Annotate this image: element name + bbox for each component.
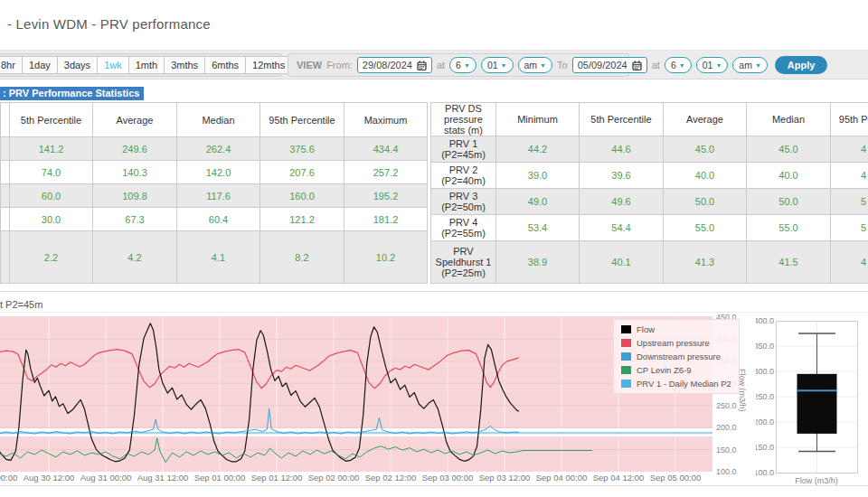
range-1wk-button[interactable]: 1wk bbox=[97, 56, 129, 74]
table-cell bbox=[1, 208, 10, 231]
legend-label: PRV 1 - Daily Median P2 bbox=[637, 379, 731, 389]
table-cell: 95th Percentile bbox=[831, 103, 868, 136]
time-axis-tick: Aug 31 12:00 bbox=[137, 473, 189, 483]
table-cell: 30.0 bbox=[10, 208, 93, 231]
time-axis-tick: Sep 01 12:00 bbox=[251, 473, 303, 483]
flow-boxplot: 400.0350.0300.0250.0200.0150.0100.0 bbox=[756, 316, 868, 493]
time-axis-tick: Sep 05 00:00 bbox=[650, 473, 702, 483]
to-date-input[interactable]: 05/09/2024 bbox=[572, 57, 647, 73]
table-cell: 142.0 bbox=[177, 161, 260, 184]
table-cell: 8.2 bbox=[260, 231, 344, 284]
legend-item[interactable]: Flow bbox=[621, 324, 731, 334]
apply-button[interactable]: Apply bbox=[775, 56, 828, 74]
range-3mths-button[interactable]: 3mths bbox=[164, 56, 205, 74]
table-cell: 41.5 bbox=[747, 241, 831, 284]
time-axis-tick: Sep 04 00:00 bbox=[536, 473, 588, 483]
table-cell: 257.2 bbox=[344, 161, 428, 184]
svg-text:150.0: 150.0 bbox=[756, 443, 774, 452]
from-minute-select[interactable]: 01 ▼ bbox=[481, 57, 514, 73]
from-date-value: 29/08/2024 bbox=[363, 60, 412, 70]
table-cell: 375.6 bbox=[260, 137, 344, 161]
chevron-down-icon: ▼ bbox=[540, 62, 546, 69]
table-row: PRV 3 (P2=50m)49.049.650.050.05 bbox=[431, 189, 868, 215]
table-cell: 39.6 bbox=[580, 163, 664, 189]
range-1mth-button[interactable]: 1mth bbox=[128, 56, 165, 74]
table-cell: 181.2 bbox=[344, 208, 428, 231]
table-cell: 207.6 bbox=[260, 161, 344, 184]
flow-axis-tick: 150.0 bbox=[716, 445, 737, 455]
table-cell: 67.3 bbox=[93, 208, 177, 231]
table-cell: 262.4 bbox=[177, 137, 260, 161]
flow-axis-tick: 200.0 bbox=[716, 423, 737, 432]
table-cell: Median bbox=[177, 103, 260, 137]
from-hour-value: 6 bbox=[456, 60, 461, 70]
to-ampm-select[interactable]: am ▼ bbox=[732, 57, 768, 73]
range-buttons: 8hr1day3days1wk1mth3mths6mths12mths bbox=[0, 56, 292, 74]
table-row: 2.24.24.18.210.2 bbox=[1, 231, 428, 284]
from-hour-select[interactable]: 6 ▼ bbox=[449, 57, 476, 73]
calendar-icon bbox=[417, 61, 427, 70]
time-axis-tick: Sep 01 00:00 bbox=[194, 473, 246, 483]
range-6mths-button[interactable]: 6mths bbox=[204, 56, 246, 74]
table-cell: 121.2 bbox=[260, 208, 344, 231]
table-cell: 4 bbox=[831, 241, 868, 284]
legend-swatch-icon bbox=[621, 339, 631, 347]
to-hour-select[interactable]: 6 ▼ bbox=[665, 57, 692, 73]
table-cell: 50.0 bbox=[747, 189, 831, 215]
to-minute-select[interactable]: 01 ▼ bbox=[696, 57, 729, 73]
legend-item[interactable]: PRV 1 - Daily Median P2 bbox=[621, 379, 731, 389]
view-label: VIEW bbox=[297, 60, 322, 70]
section-divider bbox=[0, 291, 868, 292]
time-axis-tick: Sep 02 12:00 bbox=[365, 473, 417, 483]
from-ampm-select[interactable]: am ▼ bbox=[518, 57, 553, 73]
table-row: 74.0140.3142.0207.6257.2 bbox=[1, 161, 428, 184]
chart-top-border bbox=[0, 312, 868, 313]
legend-item[interactable]: Upstream pressure bbox=[621, 338, 731, 348]
chevron-down-icon: ▼ bbox=[501, 62, 507, 69]
table-cell: PRV 3 (P2=50m) bbox=[431, 189, 496, 215]
table-cell: PRV Speldhurst 1 (P2=25m) bbox=[431, 241, 496, 284]
table-cell: 4.2 bbox=[93, 231, 177, 284]
view-range-group: VIEW From: 29/08/2024 at 6 ▼ 01 ▼ am ▼ T… bbox=[288, 53, 629, 77]
table-cell: Median bbox=[747, 103, 831, 136]
svg-text:250.0: 250.0 bbox=[756, 392, 774, 401]
table-cell: 39.0 bbox=[496, 163, 580, 189]
table-cell: 109.8 bbox=[93, 184, 177, 208]
time-axis-tick: Sep 03 12:00 bbox=[479, 473, 531, 483]
table-cell: PRV 4 (P2=55m) bbox=[431, 215, 496, 241]
table-cell: 5th Percentile bbox=[580, 103, 664, 136]
range-1day-button[interactable]: 1day bbox=[22, 56, 58, 74]
legend-swatch-icon bbox=[621, 380, 631, 388]
table-cell: 45.0 bbox=[664, 136, 747, 163]
time-axis-tick: Aug 30 00:00 bbox=[0, 473, 17, 483]
table-cell: 40.0 bbox=[747, 163, 831, 189]
svg-text:350.0: 350.0 bbox=[756, 342, 774, 351]
table-cell bbox=[1, 137, 10, 161]
table-cell: 55.0 bbox=[747, 215, 831, 241]
table-cell: 4.1 bbox=[177, 231, 260, 284]
prv-performance-page: - Levin WDM - PRV performance 8hr1day3da… bbox=[0, 0, 868, 497]
table-cell bbox=[1, 161, 10, 184]
legend-item[interactable]: Downstream pressure bbox=[621, 352, 731, 361]
table-row: 30.067.360.4121.2181.2 bbox=[1, 208, 428, 231]
time-axis-tick: Sep 02 00:00 bbox=[308, 473, 360, 483]
prv-ds-pressure-table: PRV DS pressure stats (m)Minimum5th Perc… bbox=[430, 102, 868, 284]
table-cell: 160.0 bbox=[260, 184, 344, 208]
table-cell bbox=[1, 184, 10, 208]
legend-swatch-icon bbox=[621, 325, 631, 333]
range-12mths-button[interactable]: 12mths bbox=[245, 56, 292, 74]
from-date-input[interactable]: 29/08/2024 bbox=[357, 57, 432, 73]
table-cell: 5 bbox=[831, 215, 868, 241]
prv-performance-chart bbox=[0, 316, 712, 472]
boxplot-x-label: Flow (m3/h) bbox=[795, 476, 838, 485]
range-3days-button[interactable]: 3days bbox=[57, 56, 98, 74]
legend-swatch-icon bbox=[621, 352, 631, 361]
legend-item[interactable]: CP Levin Z6-9 bbox=[621, 365, 731, 375]
range-8hr-button[interactable]: 8hr bbox=[0, 56, 23, 74]
to-label: To bbox=[557, 60, 568, 70]
table-row: 60.0109.8117.6160.0195.2 bbox=[1, 184, 428, 208]
table-cell: 4 bbox=[831, 163, 868, 189]
table-cell: Maximum bbox=[344, 103, 428, 137]
time-axis-tick: Sep 03 00:00 bbox=[422, 473, 474, 483]
legend-label: Flow bbox=[637, 324, 655, 334]
